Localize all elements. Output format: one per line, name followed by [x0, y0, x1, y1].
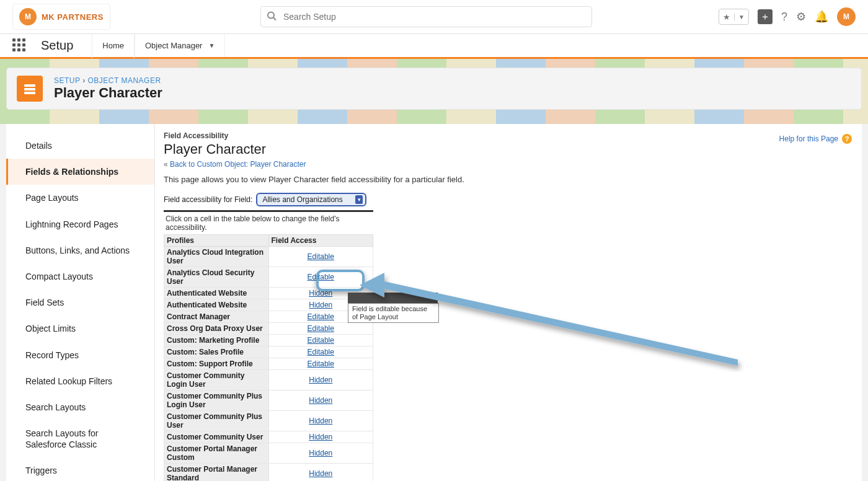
table-row: Analytics Cloud Integration UserEditable	[164, 247, 373, 267]
access-cell: Editable	[268, 335, 373, 346]
sidebar-item[interactable]: Fields & Relationships	[6, 159, 154, 185]
profile-cell: Customer Community Plus Login User	[164, 391, 269, 411]
access-link[interactable]: Hidden	[309, 417, 332, 425]
crumb-object-manager[interactable]: OBJECT MANAGER	[87, 76, 161, 85]
access-link[interactable]: Editable	[308, 336, 334, 345]
brand-badge[interactable]: M MK PARTNERS	[12, 4, 110, 30]
table-row: Customer Community UserHidden	[164, 431, 373, 443]
table-row: Custom: Marketing ProfileEditable	[164, 335, 373, 346]
access-link[interactable]: Editable	[308, 360, 334, 368]
back-arrow-icon: «	[164, 160, 168, 169]
chevron-down-icon: ▼	[208, 42, 215, 49]
table-row: Customer Portal Manager StandardHidden	[164, 464, 373, 482]
table-row: Customer Community Plus Login UserHidden	[164, 391, 373, 411]
page-header-card: SETUP › OBJECT MANAGER Player Character	[6, 68, 862, 110]
access-link[interactable]: Hidden	[309, 376, 332, 384]
chevron-down-icon: ▼	[734, 14, 748, 20]
help-link[interactable]: Help for this Page ?	[779, 134, 852, 144]
table-row: Customer Community Plus UserHidden	[164, 411, 373, 431]
access-cell: Editable	[268, 358, 373, 370]
main-region: DetailsFields & RelationshipsPage Layout…	[6, 124, 862, 481]
access-link[interactable]: Editable	[308, 312, 334, 321]
favorite-button[interactable]: ★ ▼	[719, 9, 749, 25]
table-row: Custom: Support ProfileEditable	[164, 358, 373, 370]
tab-label: Object Manager	[145, 41, 203, 50]
search-container	[260, 6, 592, 27]
access-cell: Hidden	[268, 391, 373, 411]
tab-home[interactable]: Home	[92, 33, 135, 58]
profile-cell: Customer Portal Manager Custom	[164, 443, 269, 464]
profile-cell: Custom: Support Profile	[164, 358, 269, 370]
sidebar-item[interactable]: Record Types	[6, 342, 154, 368]
sidebar-item[interactable]: Lightning Record Pages	[6, 211, 154, 237]
sidebar-item[interactable]: Object Limits	[6, 316, 154, 342]
access-link[interactable]: Editable	[308, 324, 334, 333]
sidebar-item[interactable]: Triggers	[6, 457, 154, 481]
col-profiles: Profiles	[164, 235, 269, 247]
access-link[interactable]: Hidden	[309, 433, 332, 441]
profile-cell: Authenticated Website	[164, 288, 269, 299]
profile-cell: Customer Community Plus User	[164, 411, 269, 431]
tab-object-manager[interactable]: Object Manager ▼	[135, 32, 225, 57]
accessibility-table: Click on a cell in the table below to ch…	[164, 210, 373, 481]
access-cell: Editable	[268, 247, 373, 267]
svg-line-1	[273, 18, 276, 20]
sidebar-item[interactable]: Search Layouts for Salesforce Classic	[6, 420, 154, 457]
field-picker-row: Field accessibility for Field: Allies an…	[164, 193, 853, 206]
sidebar-item[interactable]: Page Layouts	[6, 185, 154, 211]
popup-dark-strip	[348, 293, 438, 304]
profile-cell: Contract Manager	[164, 311, 269, 323]
access-link[interactable]: Hidden	[309, 301, 332, 309]
access-link[interactable]: Hidden	[309, 469, 332, 478]
page-title: Player Character	[54, 85, 162, 101]
access-cell: Editable	[268, 267, 373, 288]
object-sidebar: DetailsFields & RelationshipsPage Layout…	[6, 124, 155, 481]
profile-cell: Custom: Marketing Profile	[164, 335, 269, 346]
access-link[interactable]: Hidden	[309, 289, 332, 298]
profile-cell: Authenticated Website	[164, 299, 269, 311]
back-link[interactable]: Back to Custom Object: Player Character	[170, 160, 306, 169]
access-link[interactable]: Hidden	[309, 396, 332, 405]
profile-cell: Customer Community User	[164, 431, 269, 443]
description-text: This page allows you to view Player Char…	[164, 175, 853, 184]
help-icon[interactable]: ?	[781, 11, 787, 24]
access-cell: Hidden	[268, 443, 373, 464]
star-icon: ★	[719, 12, 734, 22]
profile-cell: Cross Org Data Proxy User	[164, 323, 269, 335]
app-launcher-icon[interactable]	[12, 38, 27, 53]
field-select[interactable]: Allies and Organizations	[256, 193, 366, 206]
svg-rect-4	[24, 92, 35, 94]
access-link[interactable]: Editable	[308, 273, 334, 281]
global-create-button[interactable]: ＋	[758, 9, 773, 24]
access-link[interactable]: Editable	[308, 348, 334, 356]
avatar[interactable]: M	[837, 7, 856, 26]
profile-cell: Analytics Cloud Integration User	[164, 247, 269, 267]
profile-cell: Custom: Sales Profile	[164, 346, 269, 358]
gear-icon[interactable]: ⚙	[796, 10, 806, 24]
sidebar-item[interactable]: Compact Layouts	[6, 263, 154, 289]
sidebar-item[interactable]: Related Lookup Filters	[6, 368, 154, 394]
svg-rect-3	[24, 88, 35, 90]
search-icon	[267, 11, 277, 23]
search-input[interactable]	[260, 6, 592, 27]
brand-label: MK PARTNERS	[42, 12, 104, 22]
svg-rect-2	[24, 84, 35, 87]
access-cell: Hidden	[268, 411, 373, 431]
crumb-setup[interactable]: SETUP	[54, 76, 80, 85]
sidebar-item[interactable]: Buttons, Links, and Actions	[6, 237, 154, 263]
page-header-text: SETUP › OBJECT MANAGER Player Character	[54, 76, 162, 101]
svg-point-0	[268, 12, 274, 19]
sidebar-item[interactable]: Search Layouts	[6, 394, 154, 420]
bell-icon[interactable]: 🔔	[815, 10, 828, 24]
profile-cell: Analytics Cloud Security User	[164, 267, 269, 288]
access-link[interactable]: Hidden	[309, 449, 332, 457]
sidebar-item[interactable]: Field Sets	[6, 289, 154, 316]
context-nav: Setup Home Object Manager ▼	[0, 34, 868, 59]
table-row: Customer Community Login UserHidden	[164, 370, 373, 391]
field-tooltip: Field is editable because of Page Layout	[348, 303, 439, 323]
profile-cell: Customer Community Login User	[164, 370, 269, 391]
access-link[interactable]: Editable	[308, 252, 334, 261]
table-row: Authenticated WebsiteHidden	[164, 299, 373, 311]
sidebar-item[interactable]: Details	[6, 133, 154, 159]
table-row: Custom: Sales ProfileEditable	[164, 346, 373, 358]
